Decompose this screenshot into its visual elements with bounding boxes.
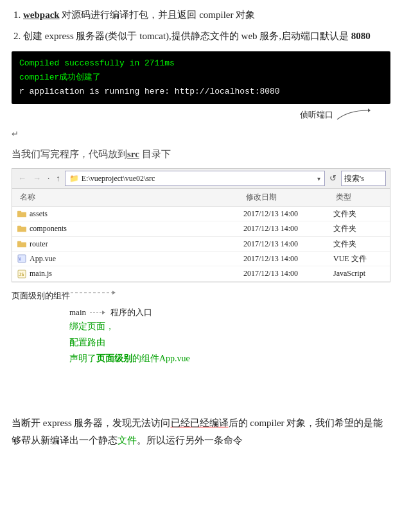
fe-type-components: 文件夹 — [333, 222, 385, 235]
bottom-text-1: 当断开 express 服务器，发现无法访问 — [12, 418, 171, 428]
fe-col-date: 修改日期 — [243, 190, 333, 204]
svg-marker-12 — [112, 291, 116, 295]
main-annotation: main 程序的入口 — [69, 305, 152, 320]
fe-row-router[interactable]: router 2017/12/13 14:00 文件夹 — [12, 237, 390, 252]
bottom-section: 当断开 express 服务器，发现无法访问已经已经编译后的 compiler … — [12, 415, 390, 449]
arrow-label-area: 侦听端口 — [12, 108, 390, 122]
listen-port-label: 侦听端口 — [300, 108, 371, 122]
fe-name-assets: assets — [17, 207, 243, 220]
para-src-after: 目录下 — [139, 149, 171, 159]
list-item-1-text: 对源码进行编译打包，并且返回 compiler 对象 — [62, 10, 255, 20]
terminal-line-3: r application is running here: http://lo… — [19, 85, 383, 99]
svg-text:JS: JS — [19, 272, 24, 277]
fe-date-appvue: 2017/12/13 14:00 — [243, 252, 333, 265]
fe-toolbar: ← → · ↑ 📁 E:\vueproject\vue02\src ▾ ↺ 搜索… — [12, 169, 390, 189]
bottom-green-1: 文件 — [118, 435, 137, 445]
fe-row-appvue[interactable]: V App.vue 2017/12/13 14:00 VUE 文件 — [12, 252, 390, 266]
fe-date-components: 2017/12/13 14:00 — [243, 222, 333, 235]
terminal-line-1: Compiled successfully in 2711ms — [19, 56, 383, 71]
svg-rect-3 — [17, 227, 26, 232]
fe-address-dropdown-icon[interactable]: ▾ — [317, 173, 320, 184]
fe-refresh-btn[interactable]: ↺ — [328, 171, 338, 185]
paragraph-break-symbol: ↵ — [12, 127, 390, 141]
fe-folder-icon-router — [17, 240, 26, 248]
fe-col-name: 名称 — [17, 190, 243, 204]
fe-type-mainjs: JavaScript — [333, 267, 385, 280]
terminal-line-2: compiler成功创建了 — [19, 71, 383, 85]
annotation-line-left — [12, 286, 140, 305]
fe-date-mainjs: 2017/12/13 14:00 — [243, 267, 333, 280]
fe-type-assets: 文件夹 — [333, 207, 385, 220]
fe-col-type: 类型 — [333, 190, 385, 204]
main-label: main — [69, 305, 86, 320]
fe-filename-router: router — [30, 237, 48, 250]
fe-folder-address-icon: 📁 — [69, 172, 79, 185]
fe-address-bar[interactable]: 📁 E:\vueproject\vue02\src ▾ — [65, 171, 325, 186]
fe-filename-assets: assets — [30, 207, 48, 220]
fe-back-btn[interactable]: ← — [16, 171, 28, 185]
bottom-para: 当断开 express 服务器，发现无法访问已经已经编译后的 compiler … — [12, 415, 390, 449]
svg-rect-1 — [17, 212, 26, 217]
fe-date-assets: 2017/12/13 14:00 — [243, 207, 333, 220]
list-item-2-text: 创建 express 服务器(类似于 tomcat),提供静态文件的 web 服… — [23, 31, 371, 41]
para-src-text: 当我们写完程序，代码放到 — [12, 149, 127, 159]
fe-js-file-icon: JS — [17, 270, 26, 279]
fe-name-appvue: V App.vue — [17, 252, 243, 265]
page-level-bold: 页面级别 — [96, 354, 132, 363]
main-arrow-icon — [89, 308, 108, 317]
fe-row-mainjs[interactable]: JS main.js 2017/12/13 14:00 JavaScript — [12, 266, 390, 281]
svg-rect-2 — [17, 211, 21, 213]
bottom-underline-1: 已经已经编译 — [171, 418, 229, 428]
fe-filename-components: components — [30, 222, 67, 235]
src-bold: src — [127, 149, 139, 159]
svg-rect-5 — [17, 242, 26, 247]
main-arrow-text: 程序的入口 — [110, 305, 152, 320]
fe-type-router: 文件夹 — [333, 237, 385, 250]
file-explorer: ← → · ↑ 📁 E:\vueproject\vue02\src ▾ ↺ 搜索… — [12, 168, 390, 282]
green-line-1: 绑定页面， — [69, 318, 190, 334]
fe-forward-btn[interactable]: → — [31, 171, 43, 185]
svg-marker-14 — [102, 311, 105, 314]
fe-name-router: router — [17, 237, 243, 250]
svg-rect-6 — [17, 241, 21, 243]
svg-marker-0 — [368, 108, 371, 112]
fe-folder-icon-components — [17, 225, 26, 232]
fe-name-components: components — [17, 222, 243, 235]
fe-row-assets[interactable]: assets 2017/12/13 14:00 文件夹 — [12, 207, 390, 221]
fe-row-components[interactable]: components 2017/12/13 14:00 文件夹 — [12, 221, 390, 236]
fe-vue-file-icon: V — [17, 254, 26, 263]
main-ordered-list: webpack 对源码进行编译打包，并且返回 compiler 对象 创建 ex… — [12, 6, 390, 45]
fe-filename-mainjs: main.js — [30, 267, 52, 280]
fe-recent-btn[interactable]: · — [46, 171, 51, 185]
port-number: 8080 — [351, 31, 371, 41]
arrow-icon — [336, 108, 371, 122]
webpack-keyword: webpack — [23, 10, 60, 20]
fe-table-header: 名称 修改日期 类型 — [12, 189, 390, 206]
fe-date-router: 2017/12/13 14:00 — [243, 237, 333, 250]
annotation-area: 页面级别的组件 main 程序的入口 绑定页面， 配置路由 声明了页面级别的组件… — [12, 286, 390, 344]
list-item-2: 创建 express 服务器(类似于 tomcat),提供静态文件的 web 服… — [23, 28, 390, 45]
fe-search-box[interactable]: 搜索's — [341, 171, 386, 186]
fe-name-mainjs: JS main.js — [17, 267, 243, 280]
fe-address-text: E:\vueproject\vue02\src — [82, 172, 316, 185]
list-item-1: webpack 对源码进行编译打包，并且返回 compiler 对象 — [23, 6, 390, 24]
fe-folder-icon-assets — [17, 210, 26, 218]
fe-up-btn[interactable]: ↑ — [54, 171, 62, 185]
green-line-2: 配置路由 — [69, 334, 190, 350]
green-line-3: 声明了页面级别的组件App.vue — [69, 350, 190, 366]
terminal-output: Compiled successfully in 2711ms compiler… — [12, 51, 390, 104]
green-annotation-lines: 绑定页面， 配置路由 声明了页面级别的组件App.vue — [69, 318, 190, 367]
fe-filename-appvue: App.vue — [30, 252, 56, 265]
svg-rect-4 — [17, 226, 21, 228]
fe-type-appvue: VUE 文件 — [333, 252, 385, 265]
src-intro-para: 当我们写完程序，代码放到src 目录下 — [12, 146, 390, 163]
bottom-text-3: 。所以运行另外一条命令 — [137, 435, 243, 445]
listen-port-text: 侦听端口 — [300, 108, 333, 122]
